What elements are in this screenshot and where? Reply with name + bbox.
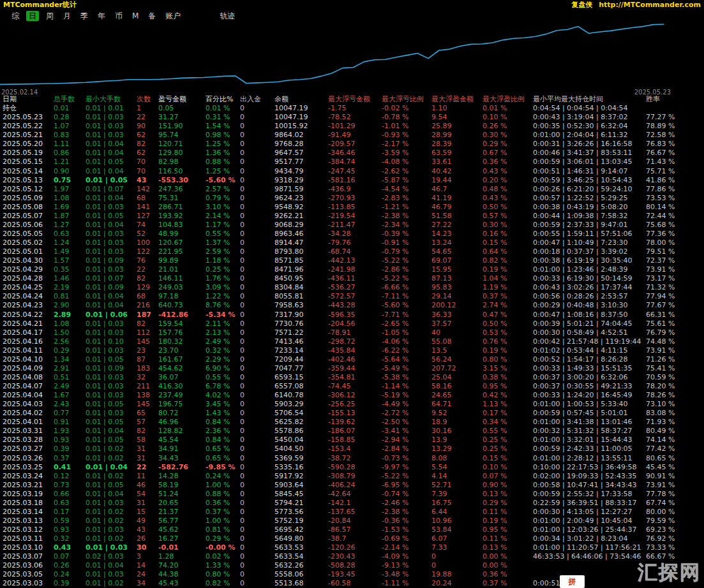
- cell: 0.77: [54, 409, 86, 418]
- table-row[interactable]: 2025.04.110.290.01 | 0.032323.700.32 %07…: [0, 346, 704, 355]
- cell: 1.07: [54, 122, 86, 131]
- menu-item-7[interactable]: M: [130, 11, 141, 21]
- table-row[interactable]: 2025.05.121.970.01 | 0.07142247.362.57 %…: [0, 185, 704, 194]
- table-row[interactable]: 2025.04.252.190.01 | 0.09129249.033.09 %…: [0, 283, 704, 292]
- table-row[interactable]: 2025.04.171.500.01 | 0.03112157.762.13 %…: [0, 328, 704, 337]
- table-row[interactable]: 2025.05.081.690.01 | 0.03141286.713.10 %…: [0, 203, 704, 212]
- table-row[interactable]: 2025.04.232.900.01 | 0.04216640.738.76 %…: [0, 301, 704, 310]
- table-row[interactable]: 2025.03.210.730.01 | 0.054658.191.00 %05…: [0, 481, 704, 490]
- menu-item-1[interactable]: 日: [26, 11, 39, 21]
- cell: 2025.04.28: [3, 274, 54, 283]
- table-row[interactable]: 2025.05.071.870.01 | 0.05127193.922.14 %…: [0, 212, 704, 221]
- table-row[interactable]: 2025.05.021.240.01 | 0.03100120.671.37 %…: [0, 239, 704, 247]
- table-row[interactable]: 2025.03.270.390.01 | 0.023134.910.65 %05…: [0, 445, 704, 453]
- menu-item-6[interactable]: 币: [112, 11, 125, 21]
- menu-item-4[interactable]: 季: [78, 11, 91, 21]
- table-row[interactable]: 2025.05.190.860.01 | 0.0462129.801.36 %0…: [0, 149, 704, 158]
- table-row[interactable]: 2025.05.221.070.01 | 0.0390151.901.54 %0…: [0, 122, 704, 131]
- table-row[interactable]: 2025.04.032.430.01 | 0.05145196.753.45 %…: [0, 400, 704, 409]
- brand-url-link[interactable]: http://MTCommander.com: [599, 1, 701, 9]
- column-header-7[interactable]: 余额: [274, 95, 328, 104]
- menu-item-8[interactable]: 备: [146, 11, 158, 21]
- table-row[interactable]: 持仓0.010.01 | 0.0110.050.01 %010047.19-1.…: [0, 104, 704, 113]
- menu-item-9[interactable]: 账户: [163, 11, 183, 21]
- column-header-4[interactable]: 盈亏金额: [158, 95, 206, 104]
- table-row[interactable]: 2025.04.041.670.01 | 0.03138237.494.02 %…: [0, 391, 704, 400]
- column-header-13[interactable]: 胜率: [646, 95, 704, 104]
- table-row[interactable]: 2025.03.190.660.01 | 0.045451.240.88 %05…: [0, 490, 704, 499]
- table-row[interactable]: 2025.03.030.390.01 | 0.023445.430.82 %05…: [0, 579, 704, 588]
- table-row[interactable]: 2025.05.011.490.01 | 0.03122221.952.59 %…: [0, 247, 704, 256]
- table-row[interactable]: 2025.03.311.930.01 | 0.0482128.822.36 %0…: [0, 427, 704, 436]
- table-row[interactable]: 2025.03.130.590.01 | 0.024956.771.00 %05…: [0, 517, 704, 526]
- table-row[interactable]: 2025.05.230.280.01 | 0.032231.270.31 %01…: [0, 113, 704, 122]
- table-row[interactable]: 2025.04.290.350.01 | 0.032221.010.25 %08…: [0, 265, 704, 274]
- table-row[interactable]: 2025.05.201.110.01 | 0.0482120.711.25 %0…: [0, 140, 704, 149]
- table-row[interactable]: 2025.04.222.890.01 | 0.06187-412.86-5.34…: [0, 311, 704, 320]
- cell: 2025.05.21: [3, 131, 54, 140]
- column-header-0[interactable]: 日期: [3, 95, 54, 104]
- table-row[interactable]: 2025.04.211.080.01 | 0.0382159.542.11 %0…: [0, 320, 704, 328]
- column-header-8[interactable]: 最大浮亏金额: [328, 95, 382, 104]
- table-row[interactable]: 2025.03.110.320.01 | 0.022616.270.29 %05…: [0, 534, 704, 543]
- cell: 0.91: [54, 418, 86, 427]
- cell: 22: [137, 463, 158, 472]
- table-row[interactable]: 2025.05.061.270.01 | 0.0474104.831.17 %0…: [0, 221, 704, 230]
- table-row[interactable]: 2025.05.130.750.01 | 0.0543-553.30-5.60 …: [0, 176, 704, 185]
- cell: 0.17: [54, 508, 86, 517]
- table-row[interactable]: 2025.03.100.430.01 | 0.0330-0.01-0.00 %0…: [0, 543, 704, 552]
- table-row[interactable]: 2025.05.151.210.01 | 0.057082.980.88 %09…: [0, 158, 704, 166]
- menu-item-2[interactable]: 周: [43, 11, 56, 21]
- table-row[interactable]: 2025.04.281.460.01 | 0.0782146.111.76 %0…: [0, 274, 704, 283]
- column-header-10[interactable]: 最大浮盈金额: [431, 95, 483, 104]
- table-row[interactable]: 2025.03.050.240.01 | 0.032444.380.80 %05…: [0, 570, 704, 579]
- table-row[interactable]: 2025.04.010.910.01 | 0.055746.960.84 %05…: [0, 418, 704, 427]
- column-header-11[interactable]: 最大浮盈比例: [483, 95, 533, 104]
- cell: 5404.50: [274, 445, 328, 453]
- table-row[interactable]: 2025.03.120.930.01 | 0.034345.620.81 %05…: [0, 526, 704, 534]
- table-row[interactable]: 2025.03.250.410.01 | 0.0422-582.76-9.85 …: [0, 463, 704, 472]
- table-row[interactable]: 2025.04.301.570.01 | 0.097699.891.18 %08…: [0, 256, 704, 265]
- table-row[interactable]: 2025.04.162.560.01 | 0.10145180.322.49 %…: [0, 337, 704, 346]
- column-header-9[interactable]: 最大浮亏比例: [382, 95, 431, 104]
- table-row[interactable]: 2025.05.140.900.01 | 0.0470116.501.25 %0…: [0, 167, 704, 176]
- column-header-5[interactable]: 百分比%: [206, 95, 240, 104]
- menu-item-5[interactable]: 年: [95, 11, 108, 21]
- table-row[interactable]: 2025.04.080.510.01 | 0.033236.070.55 %06…: [0, 373, 704, 382]
- column-header-1[interactable]: 总手数: [54, 95, 86, 104]
- table-row[interactable]: 2025.03.060.260.01 | 0.041474.201.33 %05…: [0, 561, 704, 570]
- column-header-3[interactable]: 次数: [137, 95, 158, 104]
- table-row[interactable]: 2025.03.280.930.01 | 0.055845.540.84 %05…: [0, 436, 704, 445]
- cell: 0.24 %: [206, 472, 240, 481]
- table-row[interactable]: 2025.05.210.830.01 | 0.036295.740.98 %09…: [0, 131, 704, 140]
- cell: 15: [137, 508, 158, 517]
- cell: 69.07: [431, 256, 483, 265]
- table-row[interactable]: 2025.03.180.630.01 | 0.033120.650.36 %05…: [0, 499, 704, 508]
- menu-item-10[interactable]: 轨迹: [217, 11, 237, 21]
- cell: 2.14 %: [206, 212, 240, 221]
- cell: -2.46 %: [382, 499, 431, 508]
- table-row[interactable]: 2025.04.240.810.01 | 0.046897.181.22 %08…: [0, 292, 704, 301]
- menu-item-0[interactable]: 综: [9, 11, 22, 21]
- table-row[interactable]: 2025.03.240.120.01 | 0.021114.280.24 %05…: [0, 472, 704, 481]
- table-row[interactable]: 2025.03.140.170.01 | 0.021521.370.37 %05…: [0, 508, 704, 517]
- table-row[interactable]: 2025.03.260.370.01 | 0.023134.430.65 %05…: [0, 454, 704, 463]
- cell: -306.12: [328, 391, 382, 400]
- table-row[interactable]: 2025.03.070.070.02 | 0.0331.280.02 %0563…: [0, 552, 704, 561]
- table-row[interactable]: 2025.04.092.910.01 | 0.09183454.626.90 %…: [0, 364, 704, 373]
- table-row[interactable]: 2025.04.072.490.01 | 0.03211416.306.78 %…: [0, 382, 704, 391]
- cell: -2.65 %: [382, 320, 431, 328]
- column-header-12[interactable]: 最小平均最大持仓时间: [533, 95, 646, 104]
- cell: 5903.64: [274, 481, 328, 490]
- menu-item-3[interactable]: 月: [61, 11, 73, 21]
- column-header-2[interactable]: 最小大手数: [86, 95, 137, 104]
- cell: 0.01 | 0.05: [86, 176, 137, 185]
- cell: 0.20 %: [483, 176, 533, 185]
- table-row[interactable]: 2025.05.091.080.01 | 0.046875.310.79 %09…: [0, 194, 704, 203]
- table-row[interactable]: 2025.04.020.770.01 | 0.036580.721.43 %05…: [0, 409, 704, 418]
- cell: 37.57: [431, 320, 483, 328]
- column-header-6[interactable]: 出入金: [240, 95, 274, 104]
- table-row[interactable]: 2025.04.101.340.01 | 0.0587161.672.29 %0…: [0, 355, 704, 364]
- cell: 0.01 | 0.04: [86, 490, 137, 499]
- table-row[interactable]: 2025.05.050.630.01 | 0.035248.990.55 %08…: [0, 230, 704, 239]
